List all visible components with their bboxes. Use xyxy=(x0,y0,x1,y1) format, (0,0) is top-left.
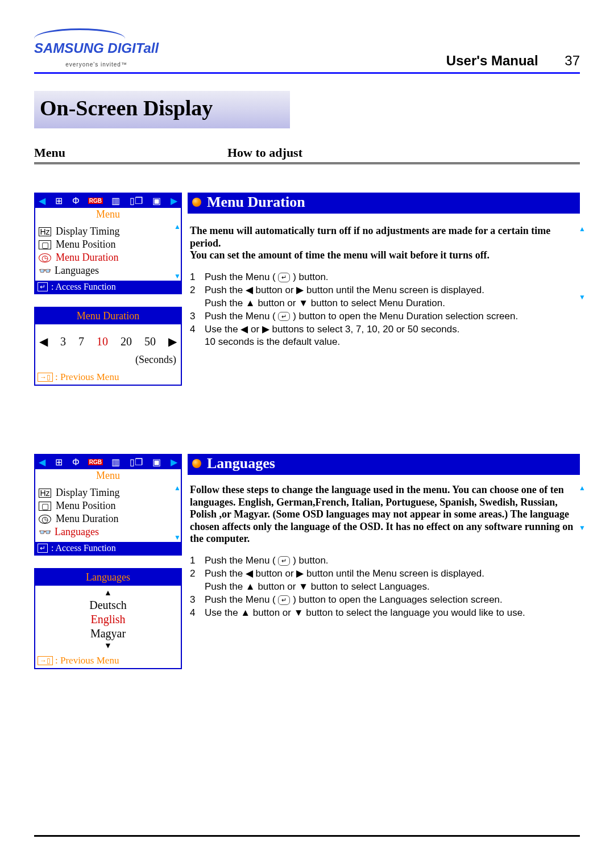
eye-item-icon: 👓 xyxy=(39,267,50,275)
duration-description: Menu Duration ▲ ▼ The menu will automati… xyxy=(188,193,580,349)
osd-main-menu-languages: ◀ ⊞ Φ RGB ▥ ▯❐ ▣ ▶ Menu ▲ Hz Display Tim… xyxy=(34,454,182,556)
languages-heading: Languages xyxy=(207,455,275,472)
step-text: Push the ◀ button or ▶ button until the … xyxy=(205,567,484,594)
duration-unit: (Seconds) xyxy=(35,353,181,370)
duration-heading-bar: Menu Duration xyxy=(188,193,580,214)
enter-icon: ↵ xyxy=(38,282,48,291)
languages-steps: 1Push the Menu ( ↵ ) button. 2Push the ◀… xyxy=(190,554,580,620)
hz-item-icon: Hz xyxy=(39,489,51,498)
osd-duration-subpanel: Menu Duration ◀ 3 7 10 20 50 ▶ (Seconds)… xyxy=(34,307,182,386)
step-text: Use the ▲ button or ▼ button to select t… xyxy=(205,607,525,620)
osd-icon-row: ◀ ⊞ Φ RGB ▥ ▯❐ ▣ ▶ xyxy=(35,455,181,469)
brand-logo: SAMSUNG DIGITall everyone's invited™ xyxy=(34,28,159,69)
menu-item-languages: 👓 Languages xyxy=(39,264,177,277)
duration-value: 7 xyxy=(78,335,84,348)
step-number: 3 xyxy=(190,310,205,323)
menu-item-label: Menu Duration xyxy=(56,252,118,264)
osd-sub-title: Menu Duration xyxy=(35,308,181,324)
hz-icon: ⊞ xyxy=(54,457,64,468)
page-icon: ▯❐ xyxy=(128,457,144,468)
duration-value: 20 xyxy=(121,335,132,348)
page-title-banner: On-Screen Display xyxy=(34,91,290,128)
step-number: 4 xyxy=(190,323,205,349)
scroll-up-icon: ▲ xyxy=(174,223,181,231)
scroll-up-icon: ▲ xyxy=(579,225,586,233)
page-icon: ▯❐ xyxy=(128,195,144,206)
left-icon: ◀ xyxy=(38,457,47,468)
left-arrow-icon: ◀ xyxy=(39,335,48,348)
hz-item-icon: Hz xyxy=(39,227,51,236)
up-arrow-icon: ▲ xyxy=(35,588,181,598)
pos-item-icon: ▢ xyxy=(39,240,51,249)
header-right: User's Manual 37 xyxy=(446,53,580,69)
down-arrow-icon: ▼ xyxy=(35,641,181,651)
step-text: Use the ◀ or ▶ buttons to select 3, 7, 1… xyxy=(205,323,459,349)
bullet-icon xyxy=(192,459,201,468)
menu-item-label: Display Timing xyxy=(56,487,120,499)
step-number: 3 xyxy=(190,594,205,607)
step-number: 2 xyxy=(190,284,205,310)
bars-icon: ▥ xyxy=(110,195,121,206)
page-title: On-Screen Display xyxy=(40,95,284,120)
duration-intro: The menu will automatically turn off if … xyxy=(190,225,580,262)
menu-item-menu-duration: ◷ Menu Duration xyxy=(39,512,177,525)
osd-prev-menu: →▯ : Previous Menu xyxy=(35,654,181,668)
menu-item-menu-duration: ◷ Menu Duration xyxy=(39,251,177,264)
step-number: 1 xyxy=(190,554,205,567)
page-header: SAMSUNG DIGITall everyone's invited™ Use… xyxy=(34,28,580,74)
step-number: 4 xyxy=(190,607,205,620)
page-number: 37 xyxy=(565,53,580,68)
exit-icon: →▯ xyxy=(38,656,53,665)
brand-main: SAMSUNG DIGIT xyxy=(34,40,143,56)
footer-rule xyxy=(34,835,580,837)
clock-item-icon: ◷ xyxy=(39,515,51,524)
osd-lang-list: ▲ Deutsch English Magyar ▼ xyxy=(35,586,181,654)
scroll-down-icon: ▼ xyxy=(579,293,586,302)
window-icon: ▣ xyxy=(151,457,162,468)
scroll-up-icon: ▲ xyxy=(579,484,586,492)
duration-steps: 1Push the Menu ( ↵ ) button. 2Push the ◀… xyxy=(190,271,580,349)
enter-icon: ↵ xyxy=(278,273,290,282)
left-icon: ◀ xyxy=(38,195,47,206)
menu-item-display-timing: Hz Display Timing xyxy=(39,486,177,499)
rgb-icon: RGB xyxy=(88,459,103,465)
scroll-down-icon: ▼ xyxy=(174,533,181,542)
osd-menu-list: ▲ Hz Display Timing ▢ Menu Position ◷ Me… xyxy=(35,223,181,281)
step-text: Push the ◀ button or ▶ button until the … xyxy=(205,284,484,310)
enter-icon: ↵ xyxy=(278,556,290,566)
enter-icon: ↵ xyxy=(278,595,290,605)
right-icon: ▶ xyxy=(169,195,179,206)
column-headers: Menu How to adjust xyxy=(34,145,580,164)
bars-icon: ▥ xyxy=(110,457,121,468)
access-function-label: : Access Function xyxy=(51,282,116,292)
rgb-icon: RGB xyxy=(88,198,103,204)
osd-access-footer: ↵ : Access Function xyxy=(35,281,181,293)
brand-tagline: everyone's invited™ xyxy=(65,61,127,68)
lang-option: Deutsch xyxy=(35,598,181,612)
exit-icon: →▯ xyxy=(38,373,53,382)
osd-main-menu-duration: ◀ ⊞ Φ RGB ▥ ▯❐ ▣ ▶ Menu ▲ Hz Display Tim… xyxy=(34,193,182,294)
osd-column-duration: ◀ ⊞ Φ RGB ▥ ▯❐ ▣ ▶ Menu ▲ Hz Display Tim… xyxy=(34,193,182,386)
phi-icon: Φ xyxy=(71,196,81,206)
col-header-menu: Menu xyxy=(34,145,227,160)
eye-item-icon: 👓 xyxy=(39,528,50,536)
enter-icon: ↵ xyxy=(38,544,48,553)
menu-item-label: Languages xyxy=(55,265,99,277)
languages-section: ◀ ⊞ Φ RGB ▥ ▯❐ ▣ ▶ Menu ▲ Hz Display Tim… xyxy=(34,454,580,669)
menu-duration-section: ◀ ⊞ Φ RGB ▥ ▯❐ ▣ ▶ Menu ▲ Hz Display Tim… xyxy=(34,193,580,386)
col-header-howto: How to adjust xyxy=(227,145,302,160)
access-function-label: : Access Function xyxy=(51,543,116,553)
duration-value: 50 xyxy=(144,335,156,348)
duration-heading: Menu Duration xyxy=(207,194,305,211)
languages-intro: Follow these steps to change the languag… xyxy=(190,484,580,545)
menu-item-label: Menu Position xyxy=(56,500,116,512)
scroll-up-icon: ▲ xyxy=(174,484,181,493)
osd-duration-values: ◀ 3 7 10 20 50 ▶ xyxy=(35,324,181,353)
prev-menu-label: : Previous Menu xyxy=(55,655,119,666)
doc-title: User's Manual xyxy=(446,53,538,68)
bullet-icon xyxy=(192,198,201,207)
pos-item-icon: ▢ xyxy=(39,502,51,511)
lang-option: Magyar xyxy=(35,627,181,641)
languages-description: Languages ▲ ▼ Follow these steps to chan… xyxy=(188,454,580,620)
scroll-down-icon: ▼ xyxy=(174,272,181,281)
